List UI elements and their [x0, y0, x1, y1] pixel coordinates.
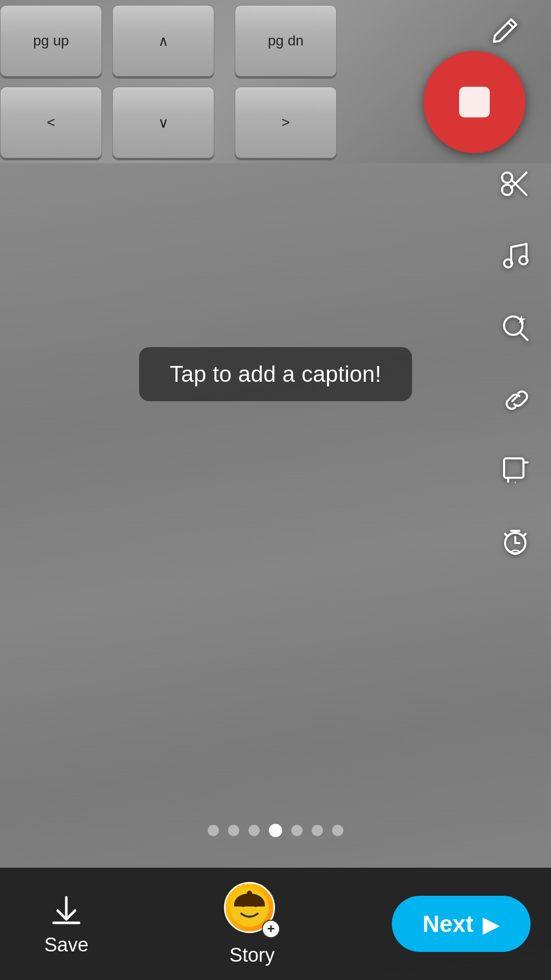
story-label: Story — [230, 944, 275, 966]
dot-4 — [291, 825, 303, 836]
svg-line-3 — [511, 180, 527, 195]
laptop-surface — [0, 163, 551, 980]
caption-text: Tap to add a caption! — [170, 361, 382, 386]
save-label: Save — [44, 934, 89, 956]
svg-point-20 — [247, 891, 252, 896]
dot-0 — [208, 825, 219, 836]
right-toolbar: . — [495, 20, 536, 561]
story-plus-icon: + — [262, 920, 280, 938]
next-label: Next — [422, 910, 473, 938]
svg-line-8 — [520, 332, 528, 340]
dot-3 — [269, 824, 282, 837]
key-right: > — [235, 87, 337, 158]
dot-1 — [228, 825, 239, 836]
key-up: ∧ — [112, 5, 214, 77]
story-avatar-wrap: + — [224, 882, 280, 938]
link-icon[interactable] — [495, 378, 536, 419]
dot-indicators — [208, 824, 343, 837]
svg-point-1 — [502, 185, 512, 195]
key-right-label: > — [282, 114, 290, 131]
bottom-bar: Save + Story Next ▶ — [0, 868, 551, 980]
key-pgup: pg up — [0, 5, 102, 77]
key-up-label: ∧ — [158, 33, 169, 50]
next-arrow-icon: ▶ — [483, 911, 500, 937]
dot-5 — [312, 825, 323, 836]
lens-icon[interactable] — [495, 306, 536, 347]
dot-2 — [248, 825, 260, 836]
dot-6 — [332, 825, 343, 836]
key-pgdn-label: pg dn — [268, 33, 304, 49]
svg-rect-0 — [459, 87, 490, 117]
svg-text:.: . — [514, 475, 516, 485]
music-icon[interactable] — [495, 235, 536, 276]
svg-point-2 — [502, 173, 512, 183]
next-button[interactable]: Next ▶ — [392, 896, 531, 952]
key-left-label: < — [47, 114, 55, 131]
crop-icon[interactable]: . — [495, 449, 536, 490]
scissors-icon[interactable] — [495, 163, 536, 204]
key-down: ∨ — [112, 87, 214, 158]
save-button[interactable]: Save — [20, 892, 112, 956]
timer-icon[interactable] — [495, 521, 536, 561]
story-button[interactable]: + Story — [224, 882, 280, 966]
caption-box[interactable]: Tap to add a caption! — [139, 347, 412, 401]
key-down-label: ∨ — [158, 114, 169, 131]
svg-line-4 — [511, 173, 527, 188]
save-icon — [48, 892, 84, 928]
key-pgup-label: pg up — [33, 33, 69, 49]
key-pgdn: pg dn — [235, 5, 337, 77]
key-left: < — [0, 87, 102, 158]
